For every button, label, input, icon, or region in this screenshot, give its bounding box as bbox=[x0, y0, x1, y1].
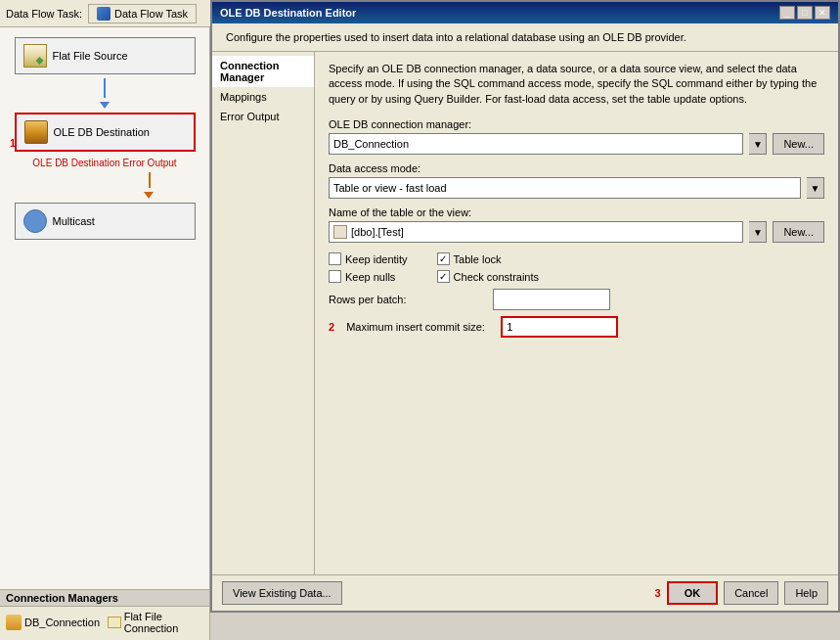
connector-arrow-1 bbox=[100, 102, 110, 109]
dataflow-tab[interactable]: Data Flow Task bbox=[88, 4, 197, 23]
keep-identity-label: Keep identity bbox=[345, 253, 408, 265]
table-name-input[interactable]: [dbo].[Test] bbox=[329, 221, 743, 243]
table-icon bbox=[333, 225, 347, 239]
table-lock-item: ✓ Table lock bbox=[437, 252, 539, 265]
max-insert-row: 2 Maximum insert commit size: bbox=[329, 316, 824, 338]
flat-file-source-node[interactable]: Flat File Source bbox=[15, 37, 196, 74]
ok-button[interactable]: OK bbox=[667, 581, 719, 605]
oledb-icon bbox=[24, 120, 48, 144]
table-name-value: [dbo].[Test] bbox=[351, 226, 404, 238]
left-panel: 1 Flat File Source OLE DB Destination OL… bbox=[0, 27, 210, 640]
table-name-row: [dbo].[Test] ▼ New... bbox=[329, 221, 824, 243]
check-constraints-label: Check constraints bbox=[454, 271, 539, 283]
keep-nulls-item: Keep nulls bbox=[329, 270, 408, 283]
nav-connection-manager[interactable]: Connection Manager bbox=[212, 56, 314, 87]
spec-text: Specify an OLE DB connection manager, a … bbox=[329, 62, 824, 107]
label-3: 3 bbox=[655, 587, 661, 599]
help-button[interactable]: Help bbox=[784, 581, 828, 605]
dataflow-tab-icon bbox=[97, 7, 111, 21]
flat-file-connection-icon bbox=[108, 617, 121, 628]
view-existing-data-button[interactable]: View Existing Data... bbox=[222, 581, 342, 605]
data-access-label: Data access mode: bbox=[329, 162, 824, 174]
keep-nulls-label: Keep nulls bbox=[345, 271, 395, 283]
rows-per-batch-row: Rows per batch: bbox=[329, 289, 824, 310]
cancel-button[interactable]: Cancel bbox=[724, 581, 778, 605]
connection-managers-header: Connection Managers bbox=[0, 590, 209, 607]
ole-db-destination-node[interactable]: OLE DB Destination bbox=[15, 113, 196, 152]
label-2: 2 bbox=[329, 321, 334, 333]
dialog-footer: View Existing Data... 3 OK Cancel Help bbox=[212, 574, 838, 611]
connection-managers-panel: Connection Managers DB_Connection Flat F… bbox=[0, 589, 209, 640]
ole-db-dropdown[interactable]: DB_Connection bbox=[329, 133, 743, 155]
connection-managers-items: DB_Connection Flat File Connection bbox=[0, 607, 209, 638]
db-connection-item[interactable]: DB_Connection bbox=[6, 615, 100, 630]
nav-error-output[interactable]: Error Output bbox=[212, 107, 314, 126]
dialog-controls: _ □ ✕ bbox=[779, 6, 830, 20]
new-connection-button[interactable]: New... bbox=[773, 133, 824, 155]
data-access-row: Table or view - fast load ▼ bbox=[329, 177, 824, 199]
multicast-label: Multicast bbox=[53, 215, 95, 227]
multicast-icon bbox=[23, 209, 47, 233]
data-access-dropdown-arrow[interactable]: ▼ bbox=[807, 177, 824, 199]
checkbox-group-right: ✓ Table lock ✓ Check constraints bbox=[437, 252, 539, 283]
flow-area: 1 Flat File Source OLE DB Destination OL… bbox=[0, 27, 209, 589]
error-arrow bbox=[144, 192, 154, 199]
flat-file-connection-item[interactable]: Flat File Connection bbox=[108, 611, 203, 634]
table-lock-label: Table lock bbox=[454, 253, 502, 265]
keep-nulls-checkbox[interactable] bbox=[329, 270, 341, 283]
checkbox-group-left: Keep identity Keep nulls bbox=[329, 252, 408, 283]
flat-file-connection-label: Flat File Connection bbox=[124, 611, 203, 634]
ole-db-section-label: OLE DB connection manager: bbox=[329, 118, 824, 130]
data-access-value: Table or view - fast load bbox=[333, 182, 447, 194]
data-access-dropdown[interactable]: Table or view - fast load bbox=[329, 177, 801, 199]
dialog-nav: Connection Manager Mappings Error Output bbox=[212, 52, 315, 574]
table-name-label: Name of the table or the view: bbox=[329, 206, 824, 218]
flat-file-source-label: Flat File Source bbox=[53, 50, 128, 62]
dialog-content: Specify an OLE DB connection manager, a … bbox=[315, 52, 838, 574]
dialog-title: OLE DB Destination Editor bbox=[220, 7, 356, 19]
connector-line-1 bbox=[104, 78, 106, 98]
ole-db-dropdown-arrow[interactable]: ▼ bbox=[749, 133, 767, 155]
dataflow-tab-label: Data Flow Task bbox=[114, 8, 188, 20]
ole-db-destination-editor: OLE DB Destination Editor _ □ ✕ Configur… bbox=[210, 0, 840, 613]
flat-file-icon bbox=[23, 44, 47, 68]
error-output-label: OLE DB Destination Error Output bbox=[32, 158, 176, 168]
footer-buttons: 3 OK Cancel Help bbox=[655, 581, 829, 605]
max-insert-input[interactable] bbox=[501, 316, 618, 338]
rows-per-batch-label: Rows per batch: bbox=[329, 294, 485, 305]
minimize-button[interactable]: _ bbox=[779, 6, 795, 20]
maximize-button[interactable]: □ bbox=[797, 6, 813, 20]
error-connector bbox=[149, 172, 151, 188]
keep-identity-checkbox[interactable] bbox=[329, 252, 341, 265]
check-constraints-item: ✓ Check constraints bbox=[437, 270, 539, 283]
ole-db-input-row: DB_Connection ▼ New... bbox=[329, 133, 824, 155]
dialog-description: Configure the properties used to insert … bbox=[212, 23, 838, 52]
table-dropdown-arrow[interactable]: ▼ bbox=[749, 221, 767, 243]
dialog-titlebar: OLE DB Destination Editor _ □ ✕ bbox=[212, 2, 838, 23]
nav-mappings[interactable]: Mappings bbox=[212, 87, 314, 107]
multicast-node[interactable]: Multicast bbox=[15, 203, 196, 240]
max-insert-label: Maximum insert commit size: bbox=[346, 321, 493, 333]
check-constraints-checkbox[interactable]: ✓ bbox=[437, 270, 450, 283]
ole-db-destination-label: OLE DB Destination bbox=[54, 126, 150, 138]
main-container: 1 Flat File Source OLE DB Destination OL… bbox=[0, 27, 840, 640]
dialog-body: Connection Manager Mappings Error Output… bbox=[212, 52, 838, 574]
db-connection-label: DB_Connection bbox=[24, 617, 100, 628]
taskbar-label: Data Flow Task: bbox=[6, 8, 82, 20]
new-table-button[interactable]: New... bbox=[773, 221, 824, 243]
rows-per-batch-input[interactable] bbox=[493, 289, 610, 310]
db-connection-icon bbox=[6, 615, 22, 630]
ole-db-dropdown-value: DB_Connection bbox=[333, 138, 409, 150]
oledb-wrapper: OLE DB Destination bbox=[15, 113, 196, 152]
keep-identity-item: Keep identity bbox=[329, 252, 408, 265]
checkboxes-row: Keep identity Keep nulls ✓ Table lock bbox=[329, 252, 824, 283]
table-lock-checkbox[interactable]: ✓ bbox=[437, 252, 450, 265]
close-button[interactable]: ✕ bbox=[815, 6, 830, 20]
